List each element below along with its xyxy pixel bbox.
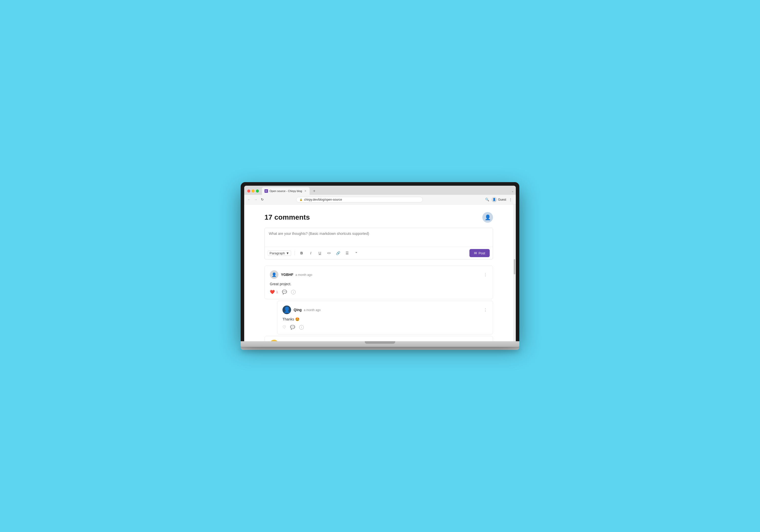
info-icon: i [291, 290, 296, 294]
browser-window: C Open source - Chirpy blog × + ⌄ ← → ↻ … [244, 186, 516, 341]
screen-bezel: C Open source - Chirpy blog × + ⌄ ← → ↻ … [244, 186, 516, 341]
laptop-body: C Open source - Chirpy blog × + ⌄ ← → ↻ … [241, 182, 519, 341]
info-button[interactable]: i [299, 325, 304, 330]
comment-body: Thanks 🤩 [282, 317, 488, 321]
browser-menu-button[interactable]: ⋮ [508, 197, 513, 202]
laptop-frame: C Open source - Chirpy blog × + ⌄ ← → ↻ … [241, 182, 519, 350]
current-user-avatar[interactable]: 👤 [482, 212, 493, 223]
comment-time: a month ago [304, 308, 321, 312]
toolbar-separator [295, 251, 295, 255]
comment-meta: YGBHF a month ago [281, 272, 312, 277]
close-window-button[interactable] [247, 189, 250, 193]
avatar: 👤 [270, 270, 278, 279]
back-button[interactable]: ← [247, 197, 251, 202]
post-icon: ✉ [474, 251, 477, 255]
comments-header: 17 comments 👤 [264, 212, 493, 223]
comment-card: 👤 YGBHF a month ago ⋮ Great project. [264, 266, 493, 299]
new-tab-button[interactable]: + [310, 187, 318, 195]
code-button[interactable]: <> [326, 250, 332, 256]
lock-icon: 🔒 [300, 198, 303, 201]
laptop-hinge-notch [365, 341, 395, 344]
comments-title: 17 comments [264, 213, 310, 221]
like-button[interactable]: ♡ [282, 325, 286, 330]
comment-textarea[interactable] [265, 228, 493, 246]
bold-button[interactable]: B [299, 250, 305, 256]
tab-bar: C Open source - Chirpy blog × + ⌄ [244, 186, 516, 195]
list-button[interactable]: ☰ [344, 250, 351, 256]
comment-icon: 💬 [290, 325, 295, 330]
comment-header: 👤 Qing a month ago ⋮ [282, 306, 488, 314]
comment-meta: Qing a month ago [294, 308, 321, 312]
address-bar: ← → ↻ 🔒 chirpy.dev/blog/open-source 🔍 👤 … [244, 195, 516, 205]
user-label: Guest [498, 198, 506, 201]
post-button[interactable]: ✉ Post [469, 249, 490, 257]
scrollbar-thumb[interactable] [514, 259, 515, 274]
forward-button[interactable]: → [253, 197, 258, 202]
info-icon: i [299, 325, 304, 330]
comment-icon: 💬 [282, 290, 287, 294]
like-count: 1 [276, 290, 278, 294]
underline-button[interactable]: U [317, 250, 323, 256]
reply-button[interactable]: 💬 [290, 325, 295, 330]
comment-toolbar: Paragraph ▼ B I U <> 🔗 ☰ ” [265, 247, 493, 259]
comment-card-partial: 😀 en a month ago ⋮ [264, 336, 493, 341]
comment-options-button[interactable]: ⋮ [483, 272, 488, 277]
heart-icon: ❤️ [270, 290, 275, 294]
reply-card: 👤 Qing a month ago ⋮ Thanks 🤩 ♡ [277, 301, 493, 334]
user-icon: 👤 [492, 197, 497, 202]
like-button[interactable]: ❤️ 1 [270, 290, 278, 294]
scrollbar[interactable] [513, 205, 516, 341]
paragraph-label: Paragraph [269, 251, 285, 255]
link-button[interactable]: 🔗 [335, 250, 342, 256]
search-button[interactable]: 🔍 [484, 197, 490, 202]
quote-button[interactable]: ” [353, 250, 360, 256]
tab-title: Open source - Chirpy blog [269, 189, 302, 193]
paragraph-select[interactable]: Paragraph ▼ [268, 251, 291, 256]
tab-close-button[interactable]: × [304, 189, 307, 193]
comment-actions: ♡ 💬 i [282, 325, 488, 330]
active-tab[interactable]: C Open source - Chirpy blog × [262, 187, 309, 195]
minimize-window-button[interactable] [252, 189, 255, 193]
laptop-base [241, 341, 519, 347]
comment-input-box[interactable]: Paragraph ▼ B I U <> 🔗 ☰ ” [264, 228, 493, 260]
url-bar[interactable]: 🔒 chirpy.dev/blog/open-source [296, 197, 423, 202]
heart-icon: ♡ [282, 325, 286, 330]
page-content: 17 comments 👤 Paragraph ▼ [244, 205, 516, 341]
avatar: 👤 [282, 306, 291, 314]
comment-actions: ❤️ 1 💬 i [270, 290, 488, 294]
url-text: chirpy.dev/blog/open-source [304, 198, 342, 201]
reply-button[interactable]: 💬 [282, 290, 287, 294]
fullscreen-window-button[interactable] [256, 189, 259, 193]
comment-options-button[interactable]: ⋮ [483, 308, 488, 313]
tab-favicon-icon: C [264, 189, 268, 193]
info-button[interactable]: i [291, 290, 296, 294]
comment-header: 👤 YGBHF a month ago ⋮ [270, 270, 488, 279]
chevron-down-icon: ▼ [286, 251, 289, 255]
comment-author: Qing [294, 308, 302, 312]
comment-body: Great project. [270, 282, 488, 286]
post-label: Post [479, 251, 485, 255]
user-profile-button[interactable]: 👤 Guest [492, 197, 506, 202]
comment-time: a month ago [295, 273, 312, 277]
laptop-bottom [241, 347, 519, 350]
tab-bar-right-controls: ⌄ [511, 189, 514, 193]
browser-toolbar-right: 🔍 👤 Guest ⋮ [484, 197, 513, 202]
reload-button[interactable]: ↻ [260, 197, 264, 202]
italic-button[interactable]: I [308, 250, 314, 256]
main-content: 17 comments 👤 Paragraph ▼ [244, 205, 513, 341]
traffic-lights [247, 189, 259, 193]
comment-author: YGBHF [281, 272, 293, 277]
